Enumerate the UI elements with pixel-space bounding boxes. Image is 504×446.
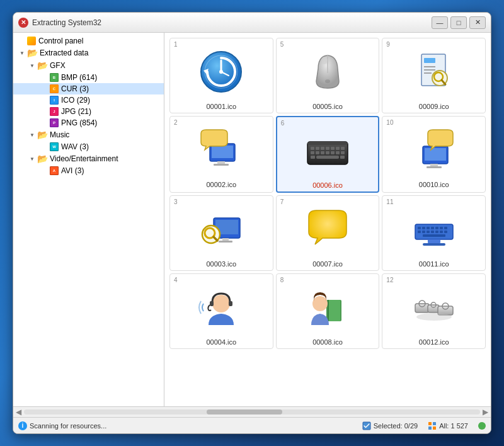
grid-item-9[interactable]: 9 00009.ico	[382, 38, 486, 113]
icon-area-11	[403, 201, 466, 258]
window-icon: ✕	[18, 18, 28, 28]
maximize-button[interactable]: □	[450, 16, 467, 29]
svg-rect-27	[336, 147, 340, 150]
sidebar-item-jpg[interactable]: J JPG (21)	[13, 106, 164, 117]
scrollbar-track	[24, 409, 480, 415]
svg-rect-60	[427, 231, 430, 233]
scroll-right-btn[interactable]: ▶	[483, 408, 488, 416]
sidebar-label-gfx: GFX	[50, 61, 66, 70]
arrow-jpg	[41, 108, 49, 115]
item-label-11: 00011.ico	[419, 260, 449, 268]
svg-rect-67	[423, 243, 445, 246]
svg-point-7	[325, 79, 330, 83]
item-label-8: 00008.ico	[312, 338, 343, 346]
status-selected: Selected: 0/29	[362, 421, 418, 430]
sidebar-item-control-panel[interactable]: Control panel	[13, 35, 164, 47]
svg-rect-17	[212, 146, 233, 158]
sidebar-item-video[interactable]: ▼ 📂 Video/Entertainment	[13, 152, 164, 165]
sidebar-item-cur[interactable]: C CUR (3)	[13, 83, 164, 94]
svg-rect-59	[422, 231, 425, 233]
grid-item-12[interactable]: 12	[382, 273, 486, 349]
green-status-dot	[478, 422, 486, 430]
grid-item-1[interactable]: 1	[169, 38, 273, 113]
icon-area-8	[296, 279, 359, 336]
sidebar-item-bmp[interactable]: B BMP (614)	[13, 72, 164, 83]
svg-rect-73	[329, 300, 340, 321]
grid-item-6[interactable]: 6	[276, 116, 380, 193]
svg-rect-57	[444, 227, 447, 229]
svg-rect-83	[428, 422, 432, 425]
svg-rect-66	[428, 239, 440, 243]
svg-rect-23	[316, 147, 319, 150]
icon-grid: 1	[169, 38, 486, 349]
sidebar-item-wav[interactable]: W WAV (3)	[13, 141, 164, 152]
svg-rect-28	[341, 147, 345, 150]
bmp-icon: B	[50, 73, 59, 82]
svg-rect-72	[328, 300, 329, 321]
checkbox-icon	[362, 421, 371, 430]
svg-rect-33	[331, 151, 335, 154]
sidebar-label-jpg: JPG (21)	[61, 107, 91, 116]
all-icon	[428, 421, 437, 430]
status-bar: i Scanning for resources... Selected: 0/…	[13, 417, 491, 433]
arrow-ico	[41, 96, 49, 104]
grid-item-2[interactable]: 2 00002.ico	[169, 116, 273, 193]
grid-item-5[interactable]: 5	[276, 38, 380, 113]
scrollbar-area: ◀ ▶	[13, 406, 491, 417]
svg-rect-58	[418, 231, 421, 233]
status-scanning: i Scanning for resources...	[18, 421, 106, 430]
svg-point-68	[212, 295, 230, 312]
grid-item-4[interactable]: 4	[169, 273, 273, 349]
svg-rect-69	[210, 301, 214, 306]
grid-item-7[interactable]: 7 00007.ico	[276, 195, 380, 271]
minimize-button[interactable]: —	[432, 16, 448, 29]
svg-rect-41	[430, 164, 438, 166]
sidebar-item-ico[interactable]: I ICO (29)	[13, 94, 164, 106]
svg-rect-61	[431, 231, 434, 233]
svg-rect-65	[423, 234, 445, 237]
sidebar-label-cur: CUR (3)	[61, 84, 89, 93]
folder-icon-video: 📂	[37, 154, 47, 164]
status-all: All: 1 527	[428, 421, 468, 430]
icon-area-9	[403, 43, 466, 100]
svg-rect-52	[422, 227, 425, 229]
svg-rect-62	[435, 231, 438, 233]
close-button[interactable]: ✕	[469, 16, 486, 29]
grid-item-10[interactable]: 10 00010.ico	[382, 116, 486, 193]
sidebar-item-extracted-data[interactable]: ▼ 📂 Extracted data	[13, 47, 164, 59]
grid-item-3[interactable]: 3 00003.ico	[169, 195, 273, 271]
svg-rect-86	[433, 426, 436, 430]
sidebar-item-music[interactable]: ▼ 📂 Music	[13, 129, 164, 141]
sidebar-item-avi[interactable]: A AVI (3)	[13, 165, 164, 176]
icon-area-5	[296, 43, 359, 100]
svg-rect-56	[440, 227, 443, 229]
main-panel: 1	[164, 33, 491, 406]
title-bar: ✕ Extracting System32 — □ ✕	[13, 13, 491, 33]
svg-rect-37	[311, 156, 315, 159]
item-label-4: 00004.ico	[206, 338, 236, 346]
scanning-text: Scanning for resources...	[30, 422, 106, 430]
svg-rect-18	[217, 161, 225, 164]
svg-point-81	[416, 313, 452, 321]
avi-icon: A	[50, 166, 59, 175]
svg-rect-84	[433, 422, 436, 425]
item-label-5: 00005.ico	[312, 103, 343, 110]
ico-icon: I	[50, 96, 59, 105]
svg-rect-53	[427, 227, 430, 229]
icon-area-6	[296, 122, 359, 179]
window-title: Extracting System32	[32, 18, 432, 27]
svg-rect-55	[435, 227, 438, 229]
sidebar-label-avi: AVI (3)	[61, 166, 84, 175]
cur-icon: C	[50, 84, 59, 93]
sidebar-item-gfx[interactable]: ▼ 📂 GFX	[13, 59, 164, 72]
item-label-12: 00012.ico	[419, 338, 449, 346]
scrollbar-thumb[interactable]	[207, 409, 282, 415]
svg-rect-26	[331, 147, 335, 150]
icon-area-12	[403, 279, 466, 336]
scroll-left-btn[interactable]: ◀	[16, 408, 21, 416]
grid-item-8[interactable]: 8	[276, 273, 380, 349]
svg-rect-75	[415, 304, 429, 312]
sidebar-item-png[interactable]: P PNG (854)	[13, 117, 164, 129]
grid-item-11[interactable]: 11	[382, 195, 486, 271]
svg-point-6	[321, 57, 328, 64]
